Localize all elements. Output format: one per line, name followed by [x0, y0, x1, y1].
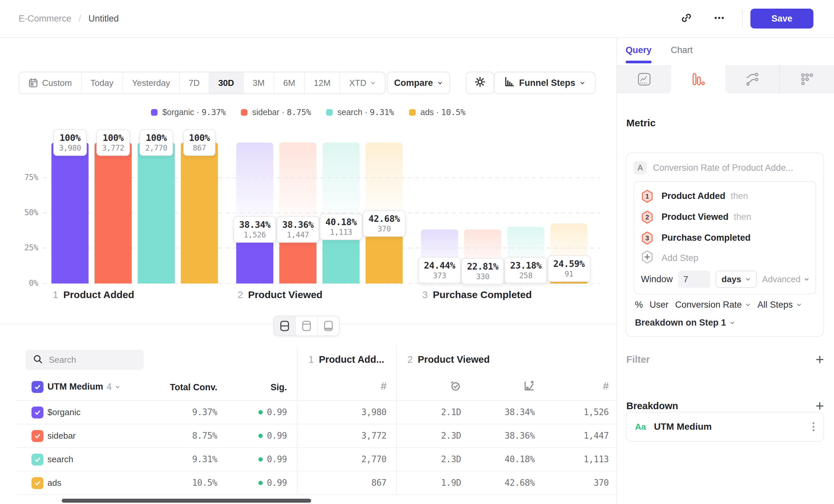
bar-count: 258 [510, 271, 542, 280]
funnel-bar[interactable] [94, 143, 132, 283]
column-header-hash-icon[interactable]: # [367, 380, 387, 392]
tab-chart[interactable]: Chart [671, 45, 693, 61]
y-axis-tick: 25% [13, 243, 38, 252]
bar-conversion-pct: 38.36% [282, 219, 314, 230]
table-row[interactable]: ads10.5%0.998671.9D42.68%370 [0, 472, 616, 495]
horizontal-scrollbar[interactable] [62, 499, 311, 503]
breadcrumb: E-Commerce / Untitled [19, 0, 119, 37]
add-step-button[interactable]: Add Step [634, 248, 815, 268]
bar-count: 91 [553, 269, 585, 279]
bar-conversion-pct: 23.18% [510, 260, 542, 271]
view-toggle-layout-bottom[interactable] [318, 316, 339, 336]
bar-count: 370 [369, 224, 400, 234]
bar-conversion-pct: 24.59% [553, 258, 585, 269]
report-canvas: CustomTodayYesterday7D30D3M6M12MXTD Comp… [0, 37, 616, 504]
chart-type-tab-retention-grid[interactable] [779, 65, 834, 93]
bar-value-card: 24.59%91 [548, 255, 591, 282]
tab-query[interactable]: Query [626, 45, 652, 61]
step-number-hexagon: 3 [641, 231, 654, 245]
bar-value-card: 22.81%330 [461, 258, 504, 284]
search-icon [33, 354, 43, 364]
all-steps-select[interactable]: All Steps [758, 300, 802, 310]
table-header-row: UTM Medium 4 Total Conv.Sig.## [0, 374, 616, 401]
advanced-toggle[interactable]: Advanced [762, 274, 809, 284]
funnel-step-list: 1Product Addedthen2Product Viewedthen3Pu… [634, 182, 815, 248]
chart-type-tab-line-chart[interactable] [617, 65, 671, 93]
bar-conversion-pct: 22.81% [467, 261, 499, 272]
bar-value-card: 100%2,770 [140, 129, 173, 156]
breakdown-property-name: UTM Medium [654, 421, 711, 432]
bar-count: 3,980 [59, 143, 81, 153]
bar-count: 373 [424, 271, 456, 280]
bar-conversion-pct: 100% [145, 132, 168, 143]
view-toggle-layout-split[interactable] [274, 316, 296, 336]
top-header: E-Commerce / Untitled Save [0, 0, 834, 38]
funnel-bar[interactable] [138, 143, 175, 283]
funnel-steps-card: 1Product Addedthen2Product Viewedthen3Pu… [634, 181, 816, 294]
string-type-icon: Aa [635, 422, 646, 432]
more-icon [714, 12, 725, 24]
chart-step-label: 2Product Viewed [238, 289, 323, 300]
search-input[interactable] [48, 354, 129, 365]
more-options-button[interactable] [708, 7, 730, 30]
kebab-menu-button[interactable] [812, 421, 815, 432]
chart-type-tab-flow[interactable] [725, 65, 779, 93]
bar-value-card: 100%3,772 [96, 129, 130, 156]
retention-grid-icon [800, 73, 814, 86]
column-header-conversion-chart-icon[interactable] [515, 380, 535, 392]
view-toggle-layout-top[interactable] [296, 316, 318, 336]
line-chart-icon [638, 73, 651, 86]
metric-title: Conversion Rate of Product Adde... [653, 163, 793, 173]
metric-card: A Conversion Rate of Product Adde... 1Pr… [626, 153, 824, 337]
chart-type-tab-funnel-bars[interactable] [671, 65, 725, 93]
flow-icon [746, 73, 759, 86]
save-button[interactable]: Save [750, 8, 813, 28]
funnel-step-row[interactable]: 3Purchase Completed [634, 227, 815, 248]
step-number-hexagon: 1 [641, 189, 654, 203]
bar-count: 330 [467, 272, 499, 281]
breadcrumb-report-title[interactable]: Untitled [89, 14, 119, 24]
kebab-icon [812, 421, 815, 432]
breakdown-on-step-select[interactable]: Breakdown on Step 1 [635, 318, 735, 328]
chart-step-label: 3Purchase Completed [422, 289, 532, 300]
bar-count: 3,772 [102, 143, 125, 153]
breakdown-property-card[interactable]: Aa UTM Medium [626, 412, 824, 442]
link-icon [681, 12, 692, 24]
app-window: E-Commerce / Untitled Save CustomTodayYe… [0, 0, 834, 504]
window-unit-select[interactable]: days [716, 271, 757, 288]
filter-title: Filter [626, 354, 650, 365]
panel-tabs: Query Chart [626, 45, 693, 61]
column-header-hash-icon[interactable]: # [589, 380, 609, 392]
filter-section: Filter + [626, 351, 824, 368]
sig-column-header[interactable]: Sig. [0, 382, 287, 393]
row-step2-count: 1,447 [0, 431, 609, 441]
window-value-input[interactable]: 7 [678, 271, 710, 288]
chart-type-tabs [617, 65, 834, 93]
metric-letter-badge: A [634, 161, 647, 175]
measure-percent-label: % [635, 300, 643, 310]
bar-value-card: 24.44%373 [418, 257, 461, 283]
table-row[interactable]: sidebar8.75%0.993,7722.3D38.36%1,447 [0, 425, 616, 448]
table-row[interactable]: $organic9.37%0.993,9802.1D38.34%1,526 [0, 401, 616, 425]
table-row[interactable]: search9.31%0.992,7702.3D40.18%1,113 [0, 448, 616, 472]
share-link-button[interactable] [675, 7, 698, 30]
conversion-rate-select[interactable]: Conversion Rate [675, 300, 751, 310]
bar-count: 1,113 [325, 227, 357, 237]
layout-split-icon [280, 320, 290, 331]
funnel-bar[interactable] [51, 143, 89, 283]
query-panel: Query Chart Metric A Conversion Rate of … [616, 37, 834, 504]
funnel-step-row[interactable]: 2Product Viewedthen [634, 207, 815, 227]
add-hexagon-icon [641, 250, 654, 264]
bar-count: 1,526 [239, 230, 271, 240]
breakdown-title: Breakdown [626, 400, 678, 412]
breadcrumb-project[interactable]: E-Commerce [19, 14, 71, 24]
bar-value-card: 40.18%1,113 [320, 213, 363, 240]
metric-header[interactable]: A Conversion Rate of Product Adde... [634, 161, 793, 175]
chevron-down-icon [729, 320, 735, 326]
column-header-avg-time-icon[interactable] [441, 380, 461, 392]
funnel-step-row[interactable]: 1Product Addedthen [634, 186, 815, 207]
add-breakdown-button[interactable]: + [815, 398, 824, 413]
row-step2-count: 1,526 [0, 407, 609, 417]
funnel-bar[interactable] [181, 143, 218, 283]
add-filter-button[interactable]: + [815, 352, 824, 367]
